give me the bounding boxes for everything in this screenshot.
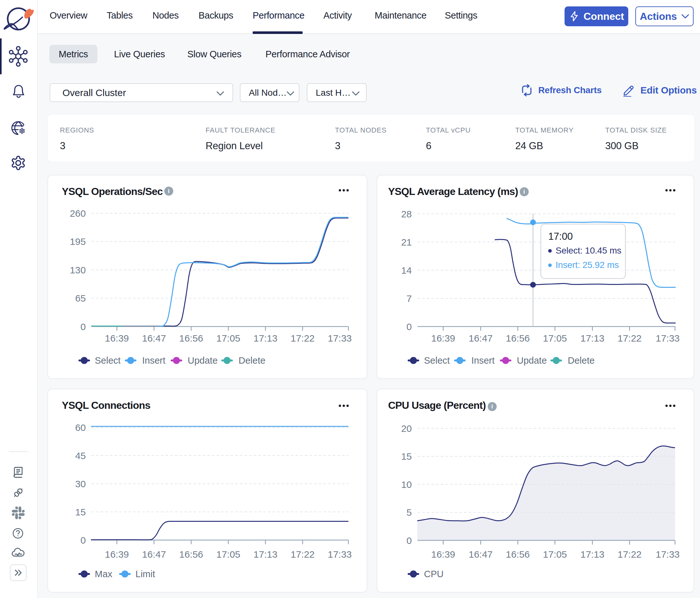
svg-text:28: 28 [401,209,412,219]
svg-text:17:13: 17:13 [580,333,604,343]
svg-text:Max: Max [95,569,112,579]
svg-text:CPU: CPU [424,569,444,579]
svg-text:16:39: 16:39 [105,333,129,343]
svg-text:17:33: 17:33 [328,333,352,343]
svg-text:17:05: 17:05 [543,549,567,560]
svg-text:16:56: 16:56 [179,549,203,560]
svg-text:16:39: 16:39 [431,333,455,343]
svg-text:130: 130 [70,265,86,275]
svg-text:17:33: 17:33 [655,549,679,560]
svg-text:17:33: 17:33 [328,549,352,560]
svg-text:15: 15 [401,451,412,462]
svg-text:Delete: Delete [239,355,266,366]
svg-text:Update: Update [188,355,218,366]
svg-text:Select: Select [424,355,450,366]
svg-text:7: 7 [406,293,412,304]
svg-text:Delete: Delete [568,355,595,366]
svg-text:65: 65 [75,293,86,304]
svg-text:16:56: 16:56 [179,333,203,343]
svg-text:17:13: 17:13 [253,333,277,343]
svg-text:16:47: 16:47 [469,549,493,560]
svg-text:260: 260 [70,208,86,219]
svg-text:0: 0 [80,535,86,546]
svg-text:17:22: 17:22 [617,333,642,343]
svg-text:Insert: Insert [471,355,495,366]
svg-text:60: 60 [75,422,86,433]
svg-text:195: 195 [70,236,86,247]
svg-text:16:56: 16:56 [506,333,530,343]
svg-text:16:47: 16:47 [142,549,166,560]
svg-text:20: 20 [401,423,412,434]
svg-text:17:22: 17:22 [291,549,315,560]
svg-text:16:39: 16:39 [431,549,455,560]
svg-text:17:33: 17:33 [655,333,679,343]
svg-text:17:05: 17:05 [216,549,240,560]
svg-text:17:22: 17:22 [617,549,642,560]
svg-text:Insert: Insert [142,355,166,366]
svg-text:45: 45 [75,450,86,461]
svg-text:16:47: 16:47 [469,333,493,343]
svg-text:30: 30 [75,478,86,489]
svg-text:Select: Select [95,355,121,366]
svg-text:Update: Update [517,355,547,366]
svg-text:21: 21 [401,237,412,248]
svg-text:5: 5 [406,507,412,518]
svg-text:15: 15 [75,507,86,517]
svg-text:16:39: 16:39 [105,549,129,560]
svg-text:16:56: 16:56 [506,549,530,560]
svg-text:17:13: 17:13 [580,549,604,560]
svg-text:17:05: 17:05 [216,333,240,343]
svg-text:17:22: 17:22 [291,333,315,343]
svg-text:16:47: 16:47 [142,333,166,343]
svg-text:17:05: 17:05 [543,333,567,343]
svg-text:14: 14 [401,265,412,276]
svg-text:0: 0 [406,535,412,546]
svg-text:0: 0 [80,321,86,332]
svg-text:Limit: Limit [135,569,155,579]
svg-text:10: 10 [401,479,412,490]
svg-text:17:13: 17:13 [253,549,277,560]
svg-text:0: 0 [406,321,412,332]
